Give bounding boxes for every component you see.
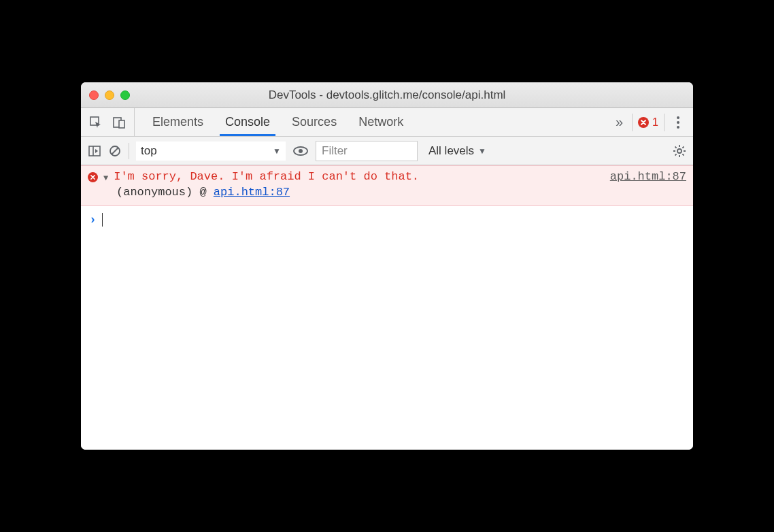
console-settings-icon[interactable]	[673, 144, 686, 158]
traffic-lights	[89, 90, 130, 100]
inspect-element-icon[interactable]	[89, 116, 103, 129]
more-tabs-icon[interactable]: »	[611, 114, 625, 130]
error-main-line: ▼ I'm sorry, Dave. I'm afraid I can't do…	[88, 170, 686, 183]
trace-source-link[interactable]: api.html:87	[214, 186, 290, 199]
text-cursor	[102, 213, 103, 227]
console-error-row: ▼ I'm sorry, Dave. I'm afraid I can't do…	[81, 165, 693, 206]
levels-label: All levels	[428, 144, 474, 158]
svg-rect-2	[119, 120, 124, 128]
tab-network[interactable]: Network	[348, 108, 414, 136]
console-output: ▼ I'm sorry, Dave. I'm afraid I can't do…	[81, 165, 693, 450]
dropdown-icon: ▼	[478, 146, 486, 156]
window-title: DevTools - devtools.glitch.me/console/ap…	[89, 88, 685, 102]
context-selector[interactable]: top ▼	[136, 142, 286, 161]
console-prompt[interactable]: ›	[81, 206, 693, 233]
filter-input[interactable]	[316, 141, 418, 161]
devtools-window: DevTools - devtools.glitch.me/console/ap…	[81, 82, 693, 450]
live-expression-icon[interactable]	[292, 145, 309, 157]
panel-tabs: Elements Console Sources Network	[135, 108, 414, 136]
console-toolbar: top ▼ All levels ▼	[81, 137, 693, 165]
error-icon	[638, 117, 649, 128]
trace-at-symbol: @	[199, 186, 206, 199]
toggle-sidebar-icon[interactable]	[88, 144, 101, 158]
error-count-badge[interactable]: 1	[632, 114, 664, 131]
stack-trace-line: (anonymous) @ api.html:87	[88, 186, 686, 199]
svg-line-6	[112, 148, 118, 154]
error-count-number: 1	[652, 116, 658, 129]
tabbar-right-controls: » 1	[611, 108, 689, 136]
prompt-chevron-icon: ›	[89, 213, 97, 227]
more-options-icon[interactable]	[671, 114, 685, 131]
svg-rect-3	[89, 146, 100, 156]
error-source-link[interactable]: api.html:87	[610, 170, 686, 183]
error-message-text: I'm sorry, Dave. I'm afraid I can't do t…	[114, 170, 605, 183]
toolbar-separator	[129, 143, 129, 159]
tab-console[interactable]: Console	[214, 108, 281, 136]
clear-console-icon[interactable]	[108, 144, 122, 158]
window-titlebar: DevTools - devtools.glitch.me/console/ap…	[81, 82, 693, 108]
svg-point-9	[677, 149, 682, 153]
close-window-button[interactable]	[89, 90, 99, 100]
svg-point-8	[299, 149, 303, 153]
tabbar-left-controls	[85, 108, 135, 136]
devtools-tabbar: Elements Console Sources Network » 1	[81, 108, 693, 137]
disclosure-triangle-icon[interactable]: ▼	[103, 173, 108, 183]
error-icon	[88, 172, 98, 182]
maximize-window-button[interactable]	[120, 90, 130, 100]
dropdown-icon: ▼	[273, 146, 281, 156]
context-label: top	[141, 144, 157, 158]
minimize-window-button[interactable]	[105, 90, 114, 100]
device-toolbar-icon[interactable]	[112, 116, 126, 129]
tab-sources[interactable]: Sources	[281, 108, 348, 136]
log-levels-selector[interactable]: All levels ▼	[424, 144, 490, 158]
tab-elements[interactable]: Elements	[141, 108, 214, 136]
trace-function-name: (anonymous)	[116, 186, 192, 199]
